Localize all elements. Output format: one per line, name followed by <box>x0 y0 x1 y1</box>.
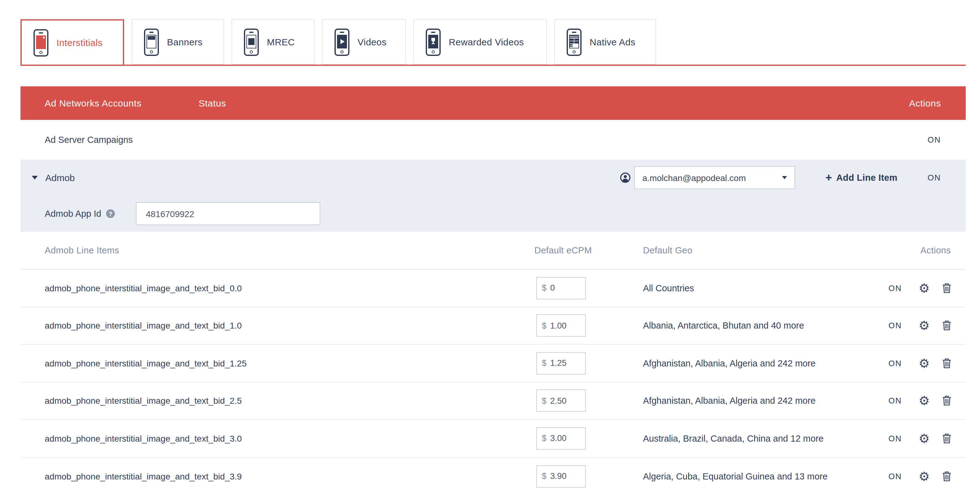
tab-banners[interactable]: Banners <box>132 19 224 65</box>
admob-app-id-label: Admob App Id <box>45 209 101 219</box>
geo-text: Afghanistan, Albania, Algeria and 242 mo… <box>643 396 816 406</box>
add-line-item-label: Add Line Item <box>836 173 897 183</box>
admob-network-label: Admob <box>45 173 75 183</box>
tabs-red-underline <box>21 65 966 66</box>
gear-icon[interactable]: ⚙ <box>918 319 930 332</box>
trash-icon[interactable] <box>942 283 951 294</box>
ecpm-input[interactable]: $ 3.90 <box>536 465 586 487</box>
play-icon <box>340 39 345 44</box>
gear-icon[interactable]: ⚙ <box>918 282 930 294</box>
line-item-name: admob_phone_interstitial_image_and_text_… <box>45 471 242 481</box>
line-item-row: admob_phone_interstitial_image_and_text_… <box>21 457 966 495</box>
geo-text: All Countries <box>643 283 694 293</box>
tab-native-ads[interactable]: Native Ads <box>554 19 656 65</box>
ecpm-value: 0 <box>550 284 555 293</box>
native-layout-glyph <box>570 35 579 48</box>
toggle-state-label: ON <box>888 472 902 481</box>
chevron-down-icon <box>782 176 787 179</box>
line-item-row: admob_phone_interstitial_image_and_text_… <box>21 382 966 420</box>
ecpm-input[interactable]: $ 1.25 <box>536 352 586 375</box>
column-header-status: Status <box>199 98 226 109</box>
currency-symbol: $ <box>542 359 546 368</box>
toggle-state-label: ON <box>928 173 941 182</box>
currency-symbol: $ <box>542 284 546 293</box>
admob-app-id-input[interactable] <box>136 202 320 225</box>
admob-network-row: Admob a.molchan@appodeal.com + Add Line … <box>21 160 966 196</box>
column-header-accounts: Ad Networks Accounts <box>45 98 142 109</box>
line-items-header-ecpm: Default eCPM <box>535 245 592 255</box>
ecpm-value: 2.50 <box>550 396 566 406</box>
trophy-icon <box>430 38 436 45</box>
selected-account: a.molchan@appodeal.com <box>643 173 777 183</box>
ecpm-value: 3.90 <box>550 472 566 481</box>
toggle-state-label: ON <box>928 135 941 144</box>
ad-networks-header-bar: Ad Networks Accounts Status Actions <box>21 86 966 120</box>
line-item-name: admob_phone_interstitial_image_and_text_… <box>45 396 242 406</box>
trash-icon[interactable] <box>942 471 951 482</box>
admob-app-id-row: Admob App Id ? <box>21 196 966 232</box>
currency-symbol: $ <box>542 472 546 481</box>
interstitial-phone-icon <box>33 29 48 56</box>
tab-label: Interstitials <box>56 37 103 48</box>
gear-icon[interactable]: ⚙ <box>918 395 930 407</box>
ecpm-value: 1.25 <box>550 359 566 368</box>
toggle-state-label: ON <box>888 321 902 331</box>
ad-server-campaigns-row: Ad Server Campaigns ON <box>21 120 966 160</box>
toggle-state-label: ON <box>888 396 902 406</box>
collapse-caret-icon[interactable] <box>32 176 38 179</box>
help-icon[interactable]: ? <box>106 209 115 218</box>
tab-label: MREC <box>267 37 295 47</box>
video-phone-icon <box>334 28 349 56</box>
ecpm-input[interactable]: $ 2.50 <box>536 390 586 412</box>
currency-symbol: $ <box>542 321 546 331</box>
tab-label: Rewarded Videos <box>449 37 524 47</box>
admob-account-select[interactable]: a.molchan@appodeal.com <box>634 166 795 189</box>
line-items-header-name: Admob Line Items <box>45 245 119 255</box>
geo-text: Algeria, Cuba, Equatorial Guinea and 13 … <box>643 471 827 481</box>
admob-section: Admob a.molchan@appodeal.com + Add Line … <box>21 160 966 232</box>
add-line-item-button[interactable]: + Add Line Item <box>826 172 897 183</box>
line-item-row: admob_phone_interstitial_image_and_text_… <box>21 420 966 457</box>
gear-icon[interactable]: ⚙ <box>918 470 930 482</box>
line-item-name: admob_phone_interstitial_image_and_text_… <box>45 358 247 368</box>
currency-symbol: $ <box>542 396 546 406</box>
trash-icon[interactable] <box>942 358 951 369</box>
gear-icon[interactable]: ⚙ <box>918 357 930 369</box>
line-item-row: admob_phone_interstitial_image_and_text_… <box>21 270 966 307</box>
geo-text: Albania, Antarctica, Bhutan and 40 more <box>643 321 804 331</box>
trash-icon[interactable] <box>942 433 951 444</box>
line-items-header-geo: Default Geo <box>643 245 692 255</box>
ecpm-value: 3.00 <box>550 434 566 443</box>
tab-label: Banners <box>167 37 203 47</box>
line-item-row: admob_phone_interstitial_image_and_text_… <box>21 345 966 382</box>
ecpm-input[interactable]: $ 0 <box>536 277 586 299</box>
line-items-header-actions: Actions <box>920 245 951 255</box>
trash-icon[interactable] <box>942 396 951 406</box>
column-header-actions: Actions <box>909 98 941 109</box>
ecpm-input[interactable]: $ 3.00 <box>536 427 586 450</box>
gear-icon[interactable]: ⚙ <box>918 432 930 445</box>
mrec-phone-icon <box>244 28 259 56</box>
trash-icon[interactable] <box>942 321 951 331</box>
tab-interstitials[interactable]: Interstitials <box>21 19 124 66</box>
tab-mrec[interactable]: MREC <box>232 19 315 65</box>
toggle-state-label: ON <box>888 359 902 368</box>
ecpm-value: 1.00 <box>550 321 566 331</box>
toggle-state-label: ON <box>888 284 902 293</box>
line-item-name: admob_phone_interstitial_image_and_text_… <box>45 283 242 293</box>
currency-symbol: $ <box>542 434 546 443</box>
page: Interstitials Banners MREC Videos <box>0 0 980 500</box>
plus-icon: + <box>826 172 832 183</box>
tab-rewarded-videos[interactable]: Rewarded Videos <box>414 19 547 65</box>
geo-text: Afghanistan, Albania, Algeria and 242 mo… <box>643 358 816 368</box>
account-person-icon <box>620 173 631 183</box>
line-item-name: admob_phone_interstitial_image_and_text_… <box>45 433 242 444</box>
ecpm-input[interactable]: $ 1.00 <box>536 315 586 337</box>
geo-text: Australia, Brazil, Canada, China and 12 … <box>643 433 824 444</box>
toggle-state-label: ON <box>888 434 902 443</box>
ad-server-campaigns-label: Ad Server Campaigns <box>45 135 133 145</box>
tab-label: Videos <box>358 37 387 47</box>
tab-videos[interactable]: Videos <box>322 19 406 65</box>
native-ads-phone-icon <box>566 28 582 56</box>
ad-type-tabs: Interstitials Banners MREC Videos <box>0 0 980 66</box>
